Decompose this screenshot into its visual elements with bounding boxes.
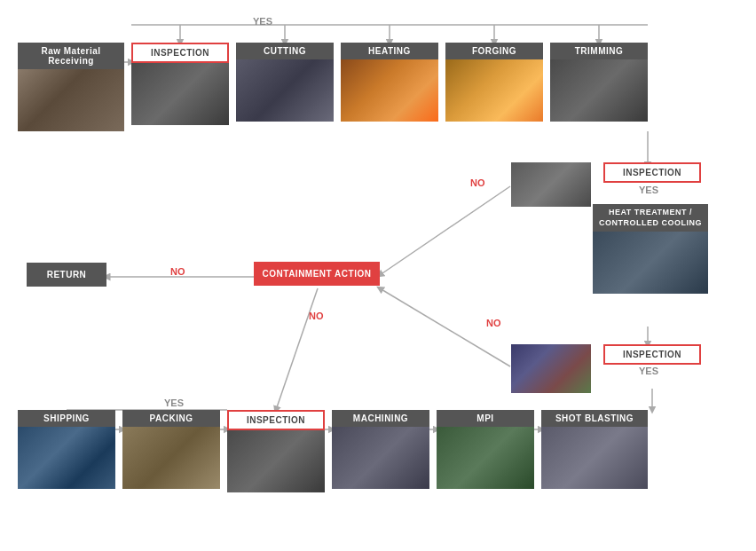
packing-label: PACKING bbox=[122, 410, 220, 427]
no-label-insp2: NO bbox=[470, 177, 485, 188]
shipping-image bbox=[18, 427, 115, 489]
shot-blasting-label: SHOT BLASTING bbox=[541, 410, 648, 427]
inspection2-thumb bbox=[511, 162, 591, 207]
no-label-down: NO bbox=[309, 311, 324, 321]
mpi-label: MPI bbox=[437, 410, 534, 427]
yes-label-insp2: YES bbox=[639, 185, 658, 195]
inspection3-label: INSPECTION bbox=[603, 344, 701, 365]
cutting-box: CUTTING bbox=[236, 43, 334, 122]
machining-image bbox=[332, 427, 429, 489]
heating-label: HEATING bbox=[341, 43, 438, 59]
machining-box: MACHINING bbox=[332, 410, 429, 489]
heating-image bbox=[341, 59, 438, 122]
trimming-label: TRIMMING bbox=[550, 43, 648, 59]
inspection3-box: INSPECTION bbox=[603, 344, 701, 365]
inspection-bottom-box: INSPECTION bbox=[227, 410, 325, 492]
yes-label-top: YES bbox=[253, 16, 272, 27]
yes-label-bottom: YES bbox=[164, 398, 184, 408]
return-box: RETURN bbox=[27, 263, 106, 287]
packing-image bbox=[122, 427, 220, 489]
return-label: RETURN bbox=[27, 263, 106, 287]
flowchart: YES Raw Material Receiving INSPECTION CU… bbox=[0, 0, 756, 551]
no-label-return: NO bbox=[170, 266, 185, 277]
inspection1-label: INSPECTION bbox=[131, 43, 229, 63]
mpi-box: MPI bbox=[437, 410, 534, 489]
yes-label-insp3: YES bbox=[639, 366, 658, 376]
inspection2-box: INSPECTION bbox=[603, 162, 701, 183]
packing-box: PACKING bbox=[122, 410, 220, 489]
raw-material-box: Raw Material Receiving bbox=[18, 43, 124, 131]
containment-box: CONTAINMENT ACTION bbox=[254, 262, 380, 286]
shot-blasting-image bbox=[541, 427, 648, 489]
inspection-bottom-image bbox=[227, 430, 325, 492]
trimming-image bbox=[550, 59, 648, 122]
svg-line-14 bbox=[276, 288, 318, 410]
heat-treatment-label: HEAT TREATMENT / CONTROLLED COOLING bbox=[593, 204, 708, 232]
cutting-image bbox=[236, 59, 334, 122]
raw-material-image bbox=[18, 69, 124, 131]
inspection2-label: INSPECTION bbox=[603, 162, 701, 183]
inspection1-box: INSPECTION bbox=[131, 43, 229, 125]
heat-treatment-image bbox=[593, 232, 708, 294]
mpi-image bbox=[437, 427, 534, 489]
inspection1-image bbox=[131, 63, 229, 125]
inspection-bottom-label: INSPECTION bbox=[227, 410, 325, 430]
shipping-box: SHIPPING bbox=[18, 410, 115, 489]
shipping-label: SHIPPING bbox=[18, 410, 115, 427]
forging-image bbox=[445, 59, 543, 122]
no-label-insp3: NO bbox=[486, 318, 501, 328]
cutting-label: CUTTING bbox=[236, 43, 334, 59]
forging-box: FORGING bbox=[445, 43, 543, 122]
containment-label: CONTAINMENT ACTION bbox=[254, 262, 380, 286]
machining-label: MACHINING bbox=[332, 410, 429, 427]
raw-material-label: Raw Material Receiving bbox=[18, 43, 124, 69]
svg-line-11 bbox=[380, 186, 510, 275]
shot-blasting-box: SHOT BLASTING bbox=[541, 410, 648, 489]
inspection3-thumb bbox=[511, 344, 591, 393]
trimming-box: TRIMMING bbox=[550, 43, 648, 122]
heat-treatment-box: HEAT TREATMENT / CONTROLLED COOLING bbox=[593, 204, 708, 294]
heating-box: HEATING bbox=[341, 43, 438, 122]
forging-label: FORGING bbox=[445, 43, 543, 59]
